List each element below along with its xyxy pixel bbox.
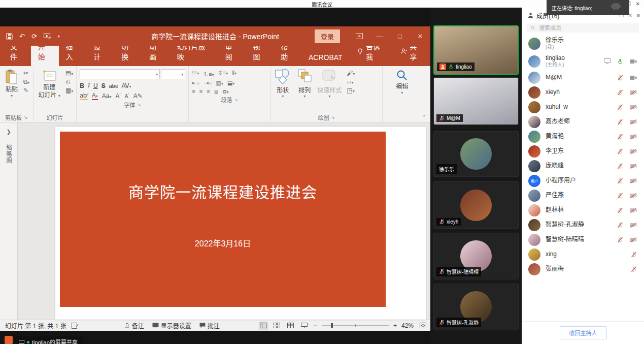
video-tile[interactable]: 智慧树-陆晴晴 (433, 233, 519, 279)
bold-button[interactable]: B (80, 82, 84, 89)
text-shadow-button[interactable]: S (101, 82, 106, 89)
slide-layout-icon[interactable]: ▤▾ (65, 70, 73, 76)
change-case-button[interactable]: Aa▾ (102, 92, 112, 100)
strikethrough-button[interactable]: abc (109, 83, 118, 89)
reading-view-button[interactable] (286, 322, 295, 330)
align-text-icon[interactable]: ⬓▾ (227, 80, 234, 86)
undo-icon[interactable]: ↶ (19, 33, 25, 40)
normal-view-button[interactable] (259, 322, 268, 330)
zoom-slider[interactable] (322, 325, 389, 326)
slideshow-view-button[interactable] (300, 322, 309, 330)
member-row[interactable]: xing (522, 247, 644, 262)
notes-toggle[interactable]: 备注 (124, 321, 144, 330)
zoom-in-button[interactable]: + (393, 322, 397, 329)
start-slideshow-icon[interactable] (44, 33, 51, 40)
section-icon[interactable]: ▦▾ (65, 87, 73, 93)
comments-toggle[interactable]: 批注 (199, 321, 220, 330)
member-row[interactable]: 张丽梅 (522, 262, 644, 276)
align-center-icon[interactable]: ≡ (199, 88, 202, 95)
member-row[interactable]: 赵林林 (522, 203, 644, 217)
slide-title-text[interactable]: 商学院一流课程建设推进会 (60, 180, 386, 202)
expand-thumbnails-icon[interactable]: ❯ (6, 129, 11, 135)
highlight-color-button[interactable]: ab⁄ (80, 92, 87, 100)
paste-button[interactable]: 粘贴 ▾ (3, 68, 20, 113)
decrease-indent-icon[interactable]: ⇤≡ (192, 80, 200, 86)
meeting-taskbar-icon[interactable] (5, 336, 13, 344)
drawing-dialog-launcher-icon[interactable]: ↘ (331, 115, 335, 120)
member-row[interactable]: tingliao (主持人) (522, 52, 644, 70)
reset-slide-icon[interactable]: ⎌ (65, 79, 73, 85)
member-row[interactable]: xuhui_w (522, 100, 644, 114)
align-left-icon[interactable]: ≡ (192, 88, 195, 95)
increase-indent-icon[interactable]: ⇥≡ (204, 80, 212, 86)
member-search[interactable] (527, 23, 639, 33)
ppt-minimize-icon[interactable]: — (369, 26, 390, 46)
zoom-out-button[interactable]: − (314, 322, 317, 329)
member-row[interactable]: 黄海艳 (522, 129, 644, 144)
customize-qat-caret-icon[interactable]: ▾ (58, 34, 60, 39)
quick-styles-button[interactable]: 快速样式▾ (317, 68, 342, 99)
font-dialog-launcher-icon[interactable]: ↘ (138, 102, 142, 107)
justify-icon[interactable]: ≣ (214, 88, 219, 95)
video-tile[interactable]: M@M (433, 77, 519, 125)
text-direction-icon[interactable]: ⫴▾ (232, 70, 236, 78)
shrink-font-button[interactable]: Aˇ (125, 93, 129, 99)
collapse-ribbon-icon[interactable]: ⌃ (422, 114, 426, 120)
italic-button[interactable]: I (88, 82, 90, 89)
member-row[interactable]: xieyh (522, 85, 644, 100)
member-row[interactable]: 智慧树-孔淑静 (522, 217, 644, 232)
slide-date-text[interactable]: 2022年3月16日 (60, 237, 386, 249)
bullets-icon[interactable]: ⁝≡▾ (192, 70, 199, 78)
smartart-icon[interactable]: ⧉▾ (223, 88, 229, 95)
spell-check-icon[interactable] (72, 323, 79, 329)
menu-tab[interactable]: ACROBAT (301, 49, 350, 66)
underline-button[interactable]: U (93, 82, 98, 89)
fit-to-window-icon[interactable] (418, 322, 427, 330)
slide-sorter-view-button[interactable] (273, 322, 282, 330)
login-button[interactable]: 登录 (315, 29, 340, 43)
reclaim-host-button[interactable]: 收回主持人 (560, 326, 607, 339)
video-tile[interactable]: tingliao (433, 25, 519, 75)
member-row[interactable]: 严佳燕 (522, 188, 644, 203)
member-row[interactable]: 李卫东 (522, 144, 644, 159)
display-settings-button[interactable]: 显示器设置 (152, 321, 191, 330)
thumbnail-pane-label[interactable]: 缩略图 (5, 144, 13, 164)
copy-icon[interactable]: ⧉▾ (23, 79, 30, 85)
member-row[interactable]: 徐乐乐 (我) (522, 35, 644, 52)
panel-menu-icon[interactable]: ≡ (637, 12, 640, 18)
shapes-button[interactable]: 形状▾ (274, 68, 292, 99)
cut-icon[interactable]: ✂ (23, 70, 30, 76)
editing-button[interactable]: 编辑 ▾ (394, 68, 410, 113)
zoom-slider-handle[interactable] (331, 323, 333, 328)
zoom-percentage[interactable]: 42% (401, 322, 414, 329)
member-row[interactable]: 庞晓峰 (522, 159, 644, 173)
align-right-icon[interactable]: ≡ (207, 88, 210, 95)
member-row[interactable]: 高杰老师 (522, 114, 644, 129)
character-spacing-button[interactable]: AV▾ (121, 82, 131, 89)
close-window-icon[interactable]: ✕ (636, 1, 640, 7)
columns-icon[interactable]: ▥▾ (216, 80, 223, 86)
paragraph-dialog-launcher-icon[interactable]: ↘ (234, 97, 239, 102)
member-row[interactable]: 用户 小程序用户 (522, 173, 644, 188)
ribbon-display-options-icon[interactable] (349, 26, 369, 46)
clear-formatting-button[interactable]: A✎ (133, 92, 143, 100)
member-row[interactable]: M@M (522, 70, 644, 85)
shape-outline-icon[interactable]: ▱▾ (347, 79, 355, 85)
redo-icon[interactable]: ⟳ (31, 33, 37, 40)
shape-effects-icon[interactable]: ◳▾ (347, 87, 355, 93)
ppt-maximize-icon[interactable]: □ (390, 26, 410, 46)
font-name-combo[interactable]: ▾ (80, 69, 160, 79)
video-tile[interactable]: xieyh (433, 181, 519, 229)
arrange-button[interactable]: 排列▾ (297, 68, 312, 99)
format-painter-icon[interactable]: ✎ (23, 87, 30, 93)
member-row[interactable]: 智慧树-陆晴晴 (522, 232, 644, 247)
slide-background-shape[interactable]: 商学院一流课程建设推进会 2022年3月16日 (60, 132, 386, 307)
font-size-combo[interactable]: ▾ (161, 69, 185, 79)
shape-fill-icon[interactable]: 🖌▾ (347, 70, 355, 76)
new-slide-button[interactable]: 新建幻灯片 ▾ (37, 68, 62, 113)
member-search-input[interactable] (538, 24, 635, 32)
ppt-close-icon[interactable]: ✕ (410, 26, 430, 46)
line-spacing-icon[interactable]: ⇕≡▾ (218, 70, 228, 78)
numbering-icon[interactable]: ⒈≡▾ (203, 70, 214, 78)
font-color-button[interactable]: A▾ (92, 92, 98, 100)
